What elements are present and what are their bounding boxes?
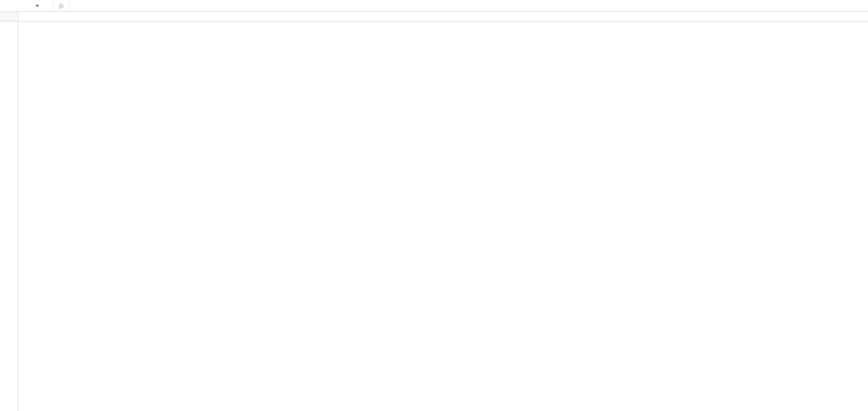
separator [69, 2, 70, 10]
row-headers [0, 21, 18, 411]
grid-body[interactable] [18, 21, 868, 411]
spreadsheet [0, 12, 868, 411]
separator [53, 2, 54, 10]
select-all-corner[interactable] [0, 12, 18, 21]
name-box-input[interactable] [2, 2, 34, 10]
column-headers [18, 12, 868, 21]
formula-bar: fx [0, 0, 868, 12]
chevron-down-icon[interactable] [36, 5, 39, 7]
fx-icon[interactable]: fx [57, 2, 66, 10]
formula-input[interactable] [73, 0, 866, 12]
name-box[interactable] [2, 2, 50, 10]
